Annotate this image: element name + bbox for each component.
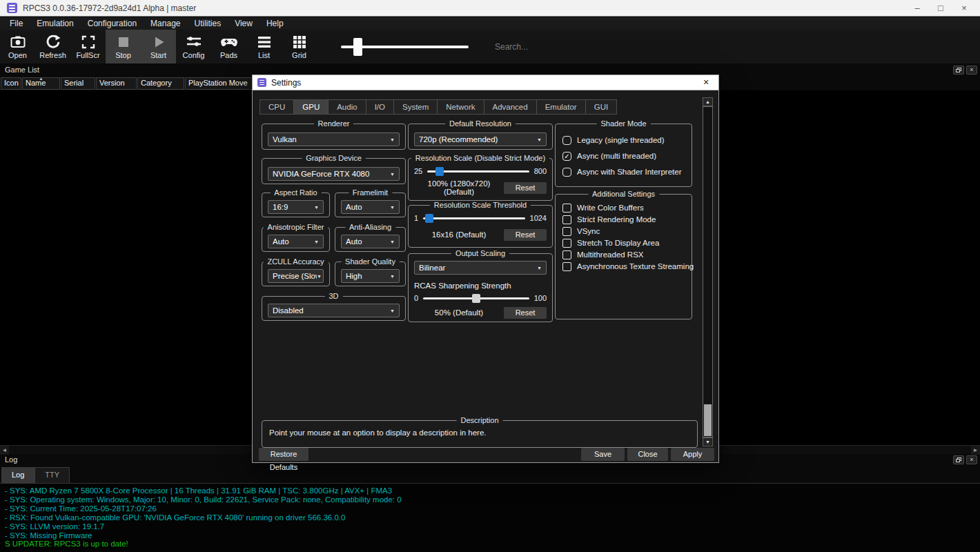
apply-button[interactable]: Apply [671, 448, 714, 461]
open-button[interactable]: Open [0, 30, 35, 63]
close-dock-icon[interactable]: × [966, 66, 977, 75]
list-view-button[interactable]: List [246, 30, 282, 63]
maximize-icon[interactable]: □ [929, 0, 952, 17]
settings-scrollbar[interactable]: ▲ ▼ [703, 97, 713, 446]
checkbox-checked-icon[interactable]: ✓ [562, 152, 571, 161]
checkbox-icon[interactable] [562, 204, 571, 213]
checkbox-icon[interactable] [562, 215, 571, 224]
minimize-icon[interactable]: – [905, 0, 929, 17]
aspect-ratio-dropdown[interactable]: 16:9 ▼ [268, 200, 324, 214]
tab-cpu[interactable]: CPU [259, 99, 294, 115]
column-header-version[interactable]: Version [96, 77, 137, 90]
chevron-down-icon: ▼ [314, 239, 319, 244]
settings-scrollbar-track[interactable] [703, 106, 713, 437]
close-icon[interactable]: × [696, 75, 716, 90]
shader-mode-legacy-option[interactable]: Legacy (single threaded) [562, 134, 687, 146]
additional-settings-group: Additional Settings Write Color Buffers … [555, 194, 692, 319]
multithreaded-rsx-option[interactable]: Multithreaded RSX [562, 248, 687, 261]
game-list-dock-title: Game List [5, 66, 39, 74]
strict-rendering-mode-option[interactable]: Strict Rendering Mode [562, 213, 687, 226]
close-icon[interactable]: × [952, 0, 976, 17]
menu-emulation[interactable]: Emulation [30, 17, 80, 30]
resolution-scale-slider-handle[interactable] [435, 167, 444, 176]
fullscreen-button[interactable]: FullScr [70, 30, 106, 63]
checkbox-icon[interactable] [562, 250, 571, 259]
config-button[interactable]: Config [176, 30, 211, 63]
scroll-right-icon[interactable]: ► [971, 446, 980, 455]
float-dock-icon[interactable] [953, 66, 964, 75]
tab-gpu[interactable]: GPU [293, 99, 329, 115]
column-header-icon[interactable]: Icon [1, 77, 21, 90]
renderer-dropdown[interactable]: Vulkan ▼ [268, 132, 400, 146]
graphics-device-dropdown[interactable]: NVIDIA GeForce RTX 4080 ▼ [268, 167, 400, 181]
float-dock-icon[interactable] [953, 455, 964, 464]
tab-audio[interactable]: Audio [328, 99, 366, 115]
refresh-button[interactable]: Refresh [35, 30, 70, 63]
menu-view[interactable]: View [228, 17, 259, 30]
tab-log[interactable]: Log [1, 467, 35, 483]
menu-utilities[interactable]: Utilities [187, 17, 228, 30]
close-dock-icon[interactable]: × [966, 455, 977, 464]
search-input[interactable] [495, 42, 585, 52]
checkbox-icon[interactable] [562, 239, 571, 248]
threshold-reset-button[interactable]: Reset [504, 229, 547, 241]
checkbox-icon[interactable] [562, 168, 571, 177]
resolution-scale-reset-button[interactable]: Reset [504, 182, 547, 194]
tab-io[interactable]: I/O [366, 99, 394, 115]
scroll-down-icon[interactable]: ▼ [703, 437, 713, 446]
tab-system[interactable]: System [393, 99, 438, 115]
tab-emulator[interactable]: Emulator [536, 99, 586, 115]
settings-dialog-titlebar[interactable]: Settings × [253, 75, 718, 90]
write-color-buffers-option[interactable]: Write Color Buffers [562, 201, 687, 214]
framelimit-dropdown[interactable]: Auto ▼ [341, 200, 400, 214]
output-scaling-dropdown[interactable]: Bilinear ▼ [414, 261, 547, 275]
shader-mode-async-option[interactable]: ✓ Async (multi threaded) [562, 150, 687, 162]
column-header-category[interactable]: Category [137, 77, 184, 90]
default-resolution-dropdown[interactable]: 720p (Recommended) ▼ [414, 132, 547, 146]
menu-manage[interactable]: Manage [144, 17, 187, 30]
start-button[interactable]: Start [141, 30, 176, 63]
menu-file[interactable]: File [3, 17, 30, 30]
scroll-up-icon[interactable]: ▲ [703, 97, 713, 106]
chevron-down-icon: ▼ [390, 172, 395, 177]
zcull-accuracy-dropdown[interactable]: Precise (Slowest) ▼ [268, 269, 324, 283]
threshold-slider-handle[interactable] [425, 214, 433, 223]
shader-mode-interpreter-option[interactable]: Async with Shader Interpreter [562, 166, 687, 178]
menu-configuration[interactable]: Configuration [81, 17, 144, 30]
anti-aliasing-dropdown[interactable]: Auto ▼ [341, 235, 400, 248]
stretch-to-display-area-option[interactable]: Stretch To Display Area [562, 237, 687, 249]
tab-advanced[interactable]: Advanced [484, 99, 537, 115]
restore-defaults-button[interactable]: Restore Defaults [259, 448, 308, 461]
checkbox-icon[interactable] [562, 136, 571, 145]
rcas-slider-track[interactable] [423, 297, 529, 299]
async-texture-streaming-option[interactable]: Asynchronous Texture Streaming [562, 260, 687, 273]
rcas-slider-handle[interactable] [472, 294, 480, 303]
pads-button[interactable]: Pads [211, 30, 246, 63]
checkbox-icon[interactable] [562, 227, 571, 236]
column-header-playstation-move[interactable]: PlayStation Move [185, 77, 255, 90]
log-content[interactable]: - SYS: AMD Ryzen 7 5800X 8-Core Processo… [0, 483, 980, 552]
close-button[interactable]: Close [627, 448, 668, 461]
stop-button[interactable]: Stop [106, 30, 141, 63]
checkbox-icon[interactable] [562, 262, 571, 271]
tab-tty[interactable]: TTY [35, 467, 70, 483]
anisotropic-filter-dropdown[interactable]: Auto ▼ [268, 235, 324, 248]
settings-scrollbar-thumb[interactable] [704, 404, 712, 436]
icon-size-slider-handle[interactable] [353, 38, 362, 56]
threshold-slider-track[interactable] [423, 217, 525, 219]
vsync-option[interactable]: VSync [562, 225, 687, 237]
rcas-reset-button[interactable]: Reset [504, 307, 547, 319]
menu-help[interactable]: Help [259, 17, 291, 30]
tab-gui[interactable]: GUI [585, 99, 617, 115]
3d-dropdown[interactable]: Disabled ▼ [268, 304, 400, 317]
column-header-name[interactable]: Name▴ [22, 77, 60, 90]
log-tabs: Log TTY [1, 467, 70, 483]
scroll-left-icon[interactable]: ◄ [0, 446, 9, 455]
resolution-scale-slider-track[interactable] [427, 170, 529, 172]
save-button[interactable]: Save [581, 448, 625, 461]
tab-network[interactable]: Network [437, 99, 484, 115]
icon-size-slider[interactable] [341, 38, 469, 56]
grid-view-button[interactable]: Grid [282, 30, 317, 63]
shader-quality-dropdown[interactable]: High ▼ [341, 269, 400, 283]
column-header-serial[interactable]: Serial [61, 77, 95, 90]
